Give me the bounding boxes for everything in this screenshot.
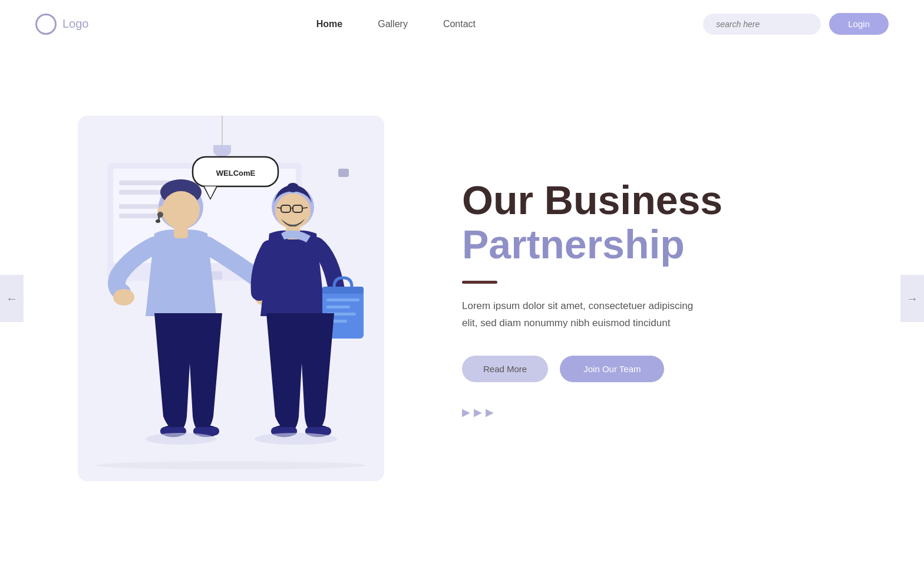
svg-point-2 <box>162 191 200 229</box>
login-button[interactable]: Login <box>829 13 889 35</box>
right-content: Our Business Partnership Lorem ipsum dol… <box>438 143 900 454</box>
svg-rect-29 <box>326 298 359 301</box>
svg-point-6 <box>156 219 160 223</box>
svg-line-25 <box>302 208 308 208</box>
illustration-wrapper: WELComE <box>24 116 438 481</box>
nav-right: Login <box>703 13 889 35</box>
svg-point-37 <box>146 433 216 445</box>
read-more-button[interactable]: Read More <box>462 356 548 382</box>
search-input[interactable] <box>703 14 821 35</box>
logo-area: Logo <box>35 14 89 35</box>
left-arrow-icon: ← <box>6 292 18 306</box>
svg-rect-28 <box>322 287 364 294</box>
speech-bubble-text: WELComE <box>216 169 256 178</box>
next-arrow[interactable]: → <box>900 275 924 322</box>
pag-arrow-1[interactable]: ▶ <box>462 406 470 419</box>
heading-business: Our Business <box>462 178 853 222</box>
right-arrow-icon: → <box>906 292 918 306</box>
pag-arrow-2[interactable]: ▶ <box>474 406 482 419</box>
pagination-arrows: ▶ ▶ ▶ <box>462 406 853 419</box>
prev-arrow[interactable]: ← <box>0 275 24 322</box>
svg-point-19 <box>287 183 299 192</box>
logo-icon <box>35 14 57 35</box>
people-illustration: WELComE <box>78 116 384 481</box>
main-content: ← <box>0 48 924 549</box>
heading-partnership: Partnership <box>462 222 853 267</box>
svg-rect-30 <box>326 306 350 308</box>
svg-rect-7 <box>174 226 188 238</box>
svg-line-24 <box>277 208 281 208</box>
svg-marker-17 <box>204 186 216 198</box>
nav-home[interactable]: Home <box>316 19 342 29</box>
svg-point-8 <box>113 289 134 306</box>
join-team-button[interactable]: Join Our Team <box>560 356 664 382</box>
nav-contact[interactable]: Contact <box>443 19 476 29</box>
svg-point-38 <box>255 433 337 445</box>
pag-arrow-3[interactable]: ▶ <box>486 406 494 419</box>
heading-divider <box>462 281 497 284</box>
navbar: Logo Home Gallery Contact Login <box>0 0 924 48</box>
logo-text: Logo <box>62 17 89 31</box>
description-text: Lorem ipsum dolor sit amet, consectetuer… <box>462 298 710 332</box>
nav-links: Home Gallery Contact <box>316 19 476 29</box>
nav-gallery[interactable]: Gallery <box>378 19 408 29</box>
illustration-container: WELComE <box>78 116 384 481</box>
action-buttons: Read More Join Our Team <box>462 356 853 382</box>
